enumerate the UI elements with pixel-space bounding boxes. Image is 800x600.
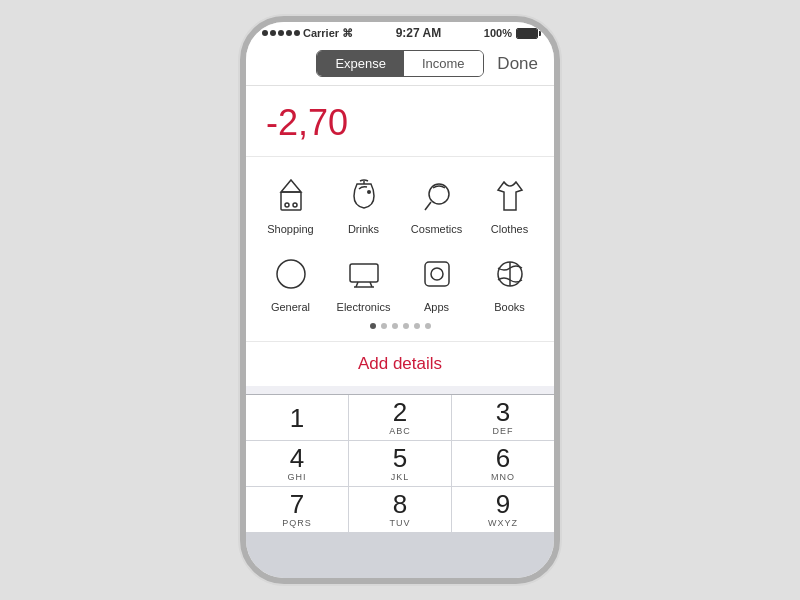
category-apps[interactable]: Apps xyxy=(400,245,473,319)
done-button[interactable]: Done xyxy=(497,54,538,74)
clothes-icon xyxy=(487,173,533,219)
category-clothes[interactable]: Clothes xyxy=(473,167,546,241)
key-2[interactable]: 2 ABC xyxy=(349,395,451,440)
phone-frame: Carrier ⌘ 9:27 AM 100% Expense Income Do… xyxy=(240,16,560,584)
category-area: Shopping Drinks xyxy=(246,157,554,341)
shopping-label: Shopping xyxy=(267,223,314,235)
key-3[interactable]: 3 DEF xyxy=(452,395,554,440)
books-icon xyxy=(487,251,533,297)
category-books[interactable]: Books xyxy=(473,245,546,319)
category-electronics[interactable]: Electronics xyxy=(327,245,400,319)
electronics-icon xyxy=(341,251,387,297)
key-5[interactable]: 5 JKL xyxy=(349,441,451,486)
signal-dots xyxy=(262,30,300,36)
svg-rect-8 xyxy=(350,264,378,282)
category-cosmetics[interactable]: Cosmetics xyxy=(400,167,473,241)
drinks-icon xyxy=(341,173,387,219)
cosmetics-icon xyxy=(414,173,460,219)
key-8[interactable]: 8 TUV xyxy=(349,487,451,532)
status-left: Carrier ⌘ xyxy=(262,27,353,40)
time-label: 9:27 AM xyxy=(396,26,442,40)
carrier-label: Carrier xyxy=(303,27,339,39)
add-details-area: Add details xyxy=(246,341,554,386)
books-label: Books xyxy=(494,301,525,313)
key-4[interactable]: 4 GHI xyxy=(246,441,348,486)
battery-icon xyxy=(516,28,538,39)
wifi-icon: ⌘ xyxy=(342,27,353,40)
general-label: General xyxy=(271,301,310,313)
numpad: 1 2 ABC 3 DEF 4 GHI 5 JKL 6 MNO 7 PQRS 8… xyxy=(246,394,554,578)
svg-point-4 xyxy=(367,190,371,194)
svg-rect-1 xyxy=(281,192,301,210)
svg-marker-0 xyxy=(281,180,301,192)
key-7[interactable]: 7 PQRS xyxy=(246,487,348,532)
battery-fill xyxy=(517,29,537,38)
page-dot-5 xyxy=(414,323,420,329)
key-6[interactable]: 6 MNO xyxy=(452,441,554,486)
svg-rect-12 xyxy=(425,262,449,286)
expense-tab[interactable]: Expense xyxy=(317,51,404,76)
category-grid: Shopping Drinks xyxy=(246,167,554,319)
status-right: 100% xyxy=(484,27,538,39)
segment-control: Expense Income xyxy=(316,50,483,77)
svg-point-7 xyxy=(277,260,305,288)
amount-display: -2,70 xyxy=(266,102,534,144)
category-shopping[interactable]: Shopping xyxy=(254,167,327,241)
svg-point-6 xyxy=(429,184,449,204)
clothes-label: Clothes xyxy=(491,223,528,235)
page-dot-4 xyxy=(403,323,409,329)
svg-point-2 xyxy=(285,203,289,207)
battery-percent: 100% xyxy=(484,27,512,39)
general-icon xyxy=(268,251,314,297)
add-details-button[interactable]: Add details xyxy=(358,354,442,374)
apps-icon xyxy=(414,251,460,297)
apps-label: Apps xyxy=(424,301,449,313)
shopping-icon xyxy=(268,173,314,219)
page-dot-6 xyxy=(425,323,431,329)
page-dot-3 xyxy=(392,323,398,329)
income-tab[interactable]: Income xyxy=(404,51,483,76)
status-bar: Carrier ⌘ 9:27 AM 100% xyxy=(246,22,554,42)
key-9[interactable]: 9 WXYZ xyxy=(452,487,554,532)
svg-point-3 xyxy=(293,203,297,207)
amount-area: -2,70 xyxy=(246,86,554,157)
category-drinks[interactable]: Drinks xyxy=(327,167,400,241)
category-general[interactable]: General xyxy=(254,245,327,319)
page-indicators xyxy=(246,319,554,335)
page-dot-1 xyxy=(370,323,376,329)
separator xyxy=(246,386,554,394)
nav-bar: Expense Income Done xyxy=(246,42,554,86)
key-1[interactable]: 1 xyxy=(246,395,348,440)
svg-point-13 xyxy=(431,268,443,280)
page-dot-2 xyxy=(381,323,387,329)
electronics-label: Electronics xyxy=(337,301,391,313)
cosmetics-label: Cosmetics xyxy=(411,223,462,235)
drinks-label: Drinks xyxy=(348,223,379,235)
